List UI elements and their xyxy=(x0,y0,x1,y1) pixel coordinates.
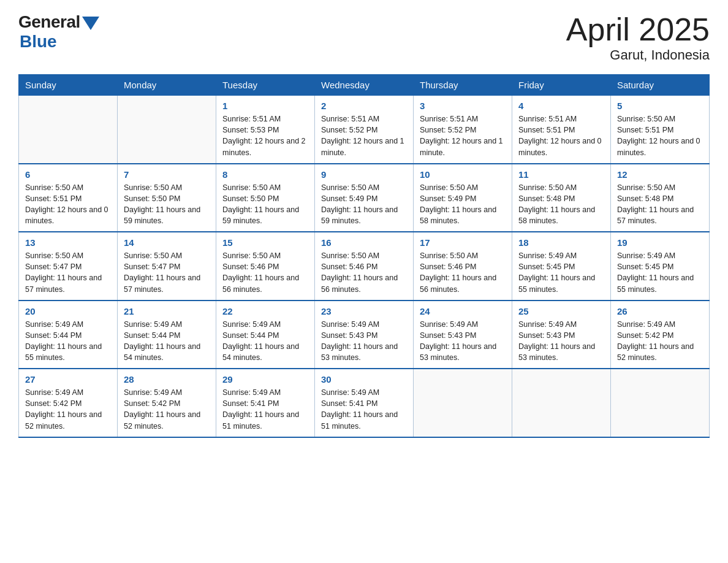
day-info: Sunrise: 5:50 AM Sunset: 5:49 PM Dayligh… xyxy=(321,182,407,227)
day-info: Sunrise: 5:49 AM Sunset: 5:44 PM Dayligh… xyxy=(222,319,308,364)
calendar-cell: 22Sunrise: 5:49 AM Sunset: 5:44 PM Dayli… xyxy=(216,301,315,369)
day-number: 23 xyxy=(321,306,407,316)
day-info: Sunrise: 5:50 AM Sunset: 5:51 PM Dayligh… xyxy=(25,182,111,227)
calendar-cell: 6Sunrise: 5:50 AM Sunset: 5:51 PM Daylig… xyxy=(19,164,118,232)
day-number: 12 xyxy=(617,169,703,180)
calendar-cell: 4Sunrise: 5:51 AM Sunset: 5:51 PM Daylig… xyxy=(512,96,611,164)
calendar-cell: 12Sunrise: 5:50 AM Sunset: 5:48 PM Dayli… xyxy=(611,164,710,232)
day-number: 19 xyxy=(617,237,703,248)
day-info: Sunrise: 5:49 AM Sunset: 5:41 PM Dayligh… xyxy=(222,387,308,432)
day-info: Sunrise: 5:49 AM Sunset: 5:45 PM Dayligh… xyxy=(518,250,604,295)
calendar-cell: 3Sunrise: 5:51 AM Sunset: 5:52 PM Daylig… xyxy=(414,96,512,164)
header-thursday: Thursday xyxy=(414,75,512,96)
header-saturday: Saturday xyxy=(611,75,710,96)
day-info: Sunrise: 5:50 AM Sunset: 5:50 PM Dayligh… xyxy=(124,182,210,227)
day-number: 2 xyxy=(321,101,407,111)
calendar-cell: 26Sunrise: 5:49 AM Sunset: 5:42 PM Dayli… xyxy=(611,301,710,369)
calendar-subtitle: Garut, Indonesia xyxy=(566,47,710,63)
calendar-cell: 9Sunrise: 5:50 AM Sunset: 5:49 PM Daylig… xyxy=(315,164,414,232)
calendar-cell: 24Sunrise: 5:49 AM Sunset: 5:43 PM Dayli… xyxy=(414,301,512,369)
calendar-cell: 13Sunrise: 5:50 AM Sunset: 5:47 PM Dayli… xyxy=(19,232,118,301)
calendar-cell: 23Sunrise: 5:49 AM Sunset: 5:43 PM Dayli… xyxy=(315,301,414,369)
day-info: Sunrise: 5:49 AM Sunset: 5:43 PM Dayligh… xyxy=(518,319,604,364)
calendar-week-3: 13Sunrise: 5:50 AM Sunset: 5:47 PM Dayli… xyxy=(19,232,710,301)
day-number: 8 xyxy=(222,169,308,180)
day-info: Sunrise: 5:50 AM Sunset: 5:46 PM Dayligh… xyxy=(222,250,308,295)
day-number: 11 xyxy=(518,169,604,180)
day-number: 28 xyxy=(124,374,210,385)
calendar-cell xyxy=(19,96,118,164)
day-number: 7 xyxy=(124,169,210,180)
day-info: Sunrise: 5:50 AM Sunset: 5:48 PM Dayligh… xyxy=(518,182,604,227)
day-info: Sunrise: 5:50 AM Sunset: 5:51 PM Dayligh… xyxy=(617,113,703,158)
day-number: 4 xyxy=(518,101,604,111)
calendar-cell: 29Sunrise: 5:49 AM Sunset: 5:41 PM Dayli… xyxy=(216,369,315,437)
day-number: 26 xyxy=(617,306,703,316)
day-number: 17 xyxy=(420,237,506,248)
calendar-header-row: SundayMondayTuesdayWednesdayThursdayFrid… xyxy=(19,75,710,96)
day-number: 29 xyxy=(222,374,308,385)
header-tuesday: Tuesday xyxy=(216,75,315,96)
calendar-week-1: 1Sunrise: 5:51 AM Sunset: 5:53 PM Daylig… xyxy=(19,96,710,164)
calendar-cell: 27Sunrise: 5:49 AM Sunset: 5:42 PM Dayli… xyxy=(19,369,118,437)
day-number: 30 xyxy=(321,374,407,385)
calendar-cell: 5Sunrise: 5:50 AM Sunset: 5:51 PM Daylig… xyxy=(611,96,710,164)
calendar-cell: 2Sunrise: 5:51 AM Sunset: 5:52 PM Daylig… xyxy=(315,96,414,164)
header-monday: Monday xyxy=(118,75,216,96)
day-info: Sunrise: 5:49 AM Sunset: 5:43 PM Dayligh… xyxy=(321,319,407,364)
day-info: Sunrise: 5:49 AM Sunset: 5:41 PM Dayligh… xyxy=(321,387,407,432)
day-number: 25 xyxy=(518,306,604,316)
calendar-week-4: 20Sunrise: 5:49 AM Sunset: 5:44 PM Dayli… xyxy=(19,301,710,369)
calendar-title: April 2025 xyxy=(566,12,710,47)
day-info: Sunrise: 5:49 AM Sunset: 5:42 PM Dayligh… xyxy=(124,387,210,432)
calendar-cell: 17Sunrise: 5:50 AM Sunset: 5:46 PM Dayli… xyxy=(414,232,512,301)
calendar-cell xyxy=(611,369,710,437)
day-info: Sunrise: 5:50 AM Sunset: 5:48 PM Dayligh… xyxy=(617,182,703,227)
calendar-week-5: 27Sunrise: 5:49 AM Sunset: 5:42 PM Dayli… xyxy=(19,369,710,437)
day-info: Sunrise: 5:51 AM Sunset: 5:52 PM Dayligh… xyxy=(420,113,506,158)
calendar-cell: 10Sunrise: 5:50 AM Sunset: 5:49 PM Dayli… xyxy=(414,164,512,232)
day-info: Sunrise: 5:49 AM Sunset: 5:42 PM Dayligh… xyxy=(617,319,703,364)
day-info: Sunrise: 5:50 AM Sunset: 5:47 PM Dayligh… xyxy=(124,250,210,295)
day-number: 20 xyxy=(25,306,111,316)
day-info: Sunrise: 5:50 AM Sunset: 5:46 PM Dayligh… xyxy=(420,250,506,295)
page-header: General Blue April 2025 Garut, Indonesia xyxy=(18,12,710,63)
logo-blue-text: Blue xyxy=(20,32,57,52)
calendar-cell: 14Sunrise: 5:50 AM Sunset: 5:47 PM Dayli… xyxy=(118,232,216,301)
logo-triangle-icon xyxy=(82,17,99,30)
day-info: Sunrise: 5:51 AM Sunset: 5:52 PM Dayligh… xyxy=(321,113,407,158)
day-info: Sunrise: 5:51 AM Sunset: 5:53 PM Dayligh… xyxy=(222,113,308,158)
calendar-cell: 11Sunrise: 5:50 AM Sunset: 5:48 PM Dayli… xyxy=(512,164,611,232)
day-info: Sunrise: 5:50 AM Sunset: 5:49 PM Dayligh… xyxy=(420,182,506,227)
calendar-cell: 28Sunrise: 5:49 AM Sunset: 5:42 PM Dayli… xyxy=(118,369,216,437)
calendar-cell: 30Sunrise: 5:49 AM Sunset: 5:41 PM Dayli… xyxy=(315,369,414,437)
day-info: Sunrise: 5:50 AM Sunset: 5:46 PM Dayligh… xyxy=(321,250,407,295)
day-number: 13 xyxy=(25,237,111,248)
day-number: 15 xyxy=(222,237,308,248)
day-number: 21 xyxy=(124,306,210,316)
calendar-cell: 20Sunrise: 5:49 AM Sunset: 5:44 PM Dayli… xyxy=(19,301,118,369)
day-number: 5 xyxy=(617,101,703,111)
day-number: 16 xyxy=(321,237,407,248)
day-number: 14 xyxy=(124,237,210,248)
calendar-cell: 7Sunrise: 5:50 AM Sunset: 5:50 PM Daylig… xyxy=(118,164,216,232)
calendar-cell xyxy=(512,369,611,437)
logo-general-text: General xyxy=(18,12,80,32)
logo: General Blue xyxy=(18,12,99,52)
header-wednesday: Wednesday xyxy=(315,75,414,96)
day-number: 22 xyxy=(222,306,308,316)
day-info: Sunrise: 5:50 AM Sunset: 5:50 PM Dayligh… xyxy=(222,182,308,227)
calendar-cell: 25Sunrise: 5:49 AM Sunset: 5:43 PM Dayli… xyxy=(512,301,611,369)
day-number: 9 xyxy=(321,169,407,180)
day-info: Sunrise: 5:51 AM Sunset: 5:51 PM Dayligh… xyxy=(518,113,604,158)
day-info: Sunrise: 5:50 AM Sunset: 5:47 PM Dayligh… xyxy=(25,250,111,295)
calendar-cell: 18Sunrise: 5:49 AM Sunset: 5:45 PM Dayli… xyxy=(512,232,611,301)
calendar-cell: 19Sunrise: 5:49 AM Sunset: 5:45 PM Dayli… xyxy=(611,232,710,301)
calendar-week-2: 6Sunrise: 5:50 AM Sunset: 5:51 PM Daylig… xyxy=(19,164,710,232)
day-number: 6 xyxy=(25,169,111,180)
calendar-cell: 21Sunrise: 5:49 AM Sunset: 5:44 PM Dayli… xyxy=(118,301,216,369)
calendar-cell: 8Sunrise: 5:50 AM Sunset: 5:50 PM Daylig… xyxy=(216,164,315,232)
day-number: 18 xyxy=(518,237,604,248)
calendar-cell: 15Sunrise: 5:50 AM Sunset: 5:46 PM Dayli… xyxy=(216,232,315,301)
header-friday: Friday xyxy=(512,75,611,96)
